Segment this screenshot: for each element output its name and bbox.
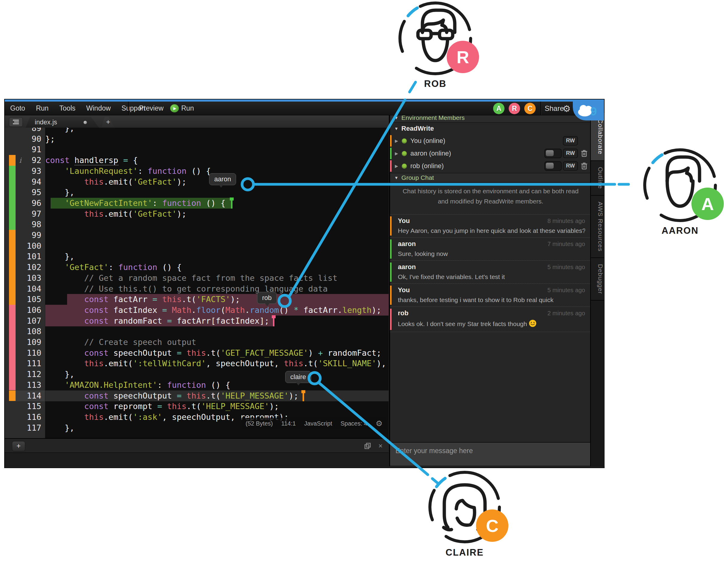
line-number: 95 — [31, 187, 41, 198]
preview-button[interactable]: Preview — [139, 102, 164, 115]
presence-avatar-r[interactable]: R — [509, 103, 520, 114]
tab-indexjs[interactable]: index.js — [26, 117, 99, 128]
collaborator-cursor — [273, 316, 274, 326]
expand-arrow-icon[interactable]: ▶ — [395, 164, 398, 168]
toggle-knob — [546, 163, 554, 169]
smiley-emoji — [529, 320, 537, 329]
status-bar: (52 Bytes) 114:1 JavaScript Spaces: 4 ⚙ — [241, 418, 387, 429]
chat-history-notice: Chat history is stored on the environmen… — [402, 186, 579, 206]
group-chat-title: Group Chat — [401, 174, 434, 181]
share-button[interactable]: Share — [545, 102, 564, 115]
maximize-panel-icon[interactable] — [364, 442, 371, 450]
rw-badge[interactable]: RW — [563, 149, 578, 158]
toggle-knob — [546, 150, 554, 156]
tab-list-icon[interactable] — [9, 117, 23, 127]
rw-badge[interactable]: RW — [563, 136, 578, 146]
line-number: 105 — [27, 294, 41, 305]
chat-messages: You8 minutes agoHey Aaron, can you jump … — [390, 214, 591, 332]
chat-message-header: rob2 minutes ago — [398, 309, 585, 317]
access-toggle[interactable] — [544, 149, 562, 158]
line-number: 92 — [31, 155, 41, 166]
chat-message: You5 minutes agothanks, before testing i… — [390, 284, 591, 307]
member-color-bar — [390, 160, 392, 172]
collaborator-flag-claire: claire — [285, 371, 311, 383]
code-line: const randomFact = factArr[factIndex]; — [45, 316, 389, 326]
line-number: 117 — [27, 423, 41, 433]
code-line: const speechOutput = this.t('GET_FACT_ME… — [45, 348, 389, 359]
member-row-rob[interactable]: ▶rob (online)RW — [390, 160, 591, 172]
menu-item-run[interactable]: Run — [36, 102, 49, 115]
run-button[interactable]: ▶ Run — [170, 102, 194, 115]
online-dot-icon — [402, 164, 407, 169]
tab-bar: index.js + — [5, 115, 389, 128]
line-number: 108 — [27, 326, 41, 337]
editor-gutter: 8990919293949596979899100101102103104105… — [5, 128, 45, 438]
new-tab-button[interactable]: + — [101, 117, 115, 128]
status-bytes: (52 Bytes) — [246, 420, 273, 427]
rw-badge[interactable]: RW — [563, 161, 578, 171]
status-gear-icon[interactable]: ⚙ — [376, 419, 383, 428]
code-editor[interactable]: 8990919293949596979899100101102103104105… — [5, 128, 389, 438]
console-area[interactable] — [5, 453, 389, 467]
access-toggle[interactable] — [544, 161, 562, 171]
member-list: ▶You (online)RW▶aaron (online)RW▶rob (on… — [390, 134, 591, 172]
presence-avatar-c[interactable]: C — [524, 103, 536, 114]
presence-avatars: ARC — [493, 103, 536, 114]
readwrite-group-header[interactable]: ▼ ReadWrite — [390, 123, 591, 134]
code-line: }, — [45, 187, 389, 198]
line-number: 107 — [27, 316, 41, 326]
gutter-info-icon: i — [19, 155, 21, 166]
line-number: 110 — [27, 348, 41, 359]
member-color-bar — [390, 262, 392, 282]
member-color-bar — [390, 239, 392, 258]
trash-icon[interactable] — [581, 162, 587, 171]
line-number: 116 — [27, 412, 41, 423]
member-label: aaron (online) — [410, 149, 451, 157]
chat-message-timestamp: 8 minutes ago — [547, 217, 585, 224]
close-panel-icon[interactable]: × — [378, 442, 383, 450]
menu-item-window[interactable]: Window — [86, 102, 111, 115]
member-row-aaron[interactable]: ▶aaron (online)RW — [390, 147, 591, 160]
member-color-bar — [390, 135, 392, 146]
collaborator-cursor — [303, 391, 304, 401]
line-number: 101 — [27, 251, 41, 262]
code-line: }, — [45, 128, 389, 134]
status-language[interactable]: JavaScript — [304, 420, 332, 427]
group-chat-header[interactable]: ▼ Group Chat — [390, 173, 591, 182]
chat-message-author: You — [398, 217, 410, 225]
collapse-arrow-icon: ▼ — [394, 126, 398, 131]
side-tab-debugger[interactable]: Debugger — [591, 258, 604, 301]
run-button-label: Run — [181, 102, 194, 115]
chat-message-author: aaron — [398, 263, 416, 271]
chat-message-header: You8 minutes ago — [398, 217, 585, 225]
line-number: 113 — [27, 380, 41, 391]
menu-separator — [128, 102, 129, 115]
settings-gear-icon[interactable]: ⚙ — [563, 102, 571, 115]
line-number: 103 — [27, 273, 41, 284]
presence-avatar-a[interactable]: A — [493, 103, 505, 114]
trash-icon[interactable] — [581, 149, 587, 158]
line-number: 114 — [27, 391, 41, 401]
avatar-aaron: A AARON — [635, 140, 725, 242]
code-line: this.emit(':tellWithCard', speechOutput,… — [45, 358, 389, 369]
status-spaces[interactable]: Spaces: 4 — [341, 420, 367, 427]
side-tab-outline[interactable]: Outline — [591, 161, 604, 196]
gutter-change-bar — [9, 230, 16, 305]
menu-item-goto[interactable]: Goto — [10, 102, 25, 115]
side-tab-aws-resources[interactable]: AWS Resources — [591, 196, 604, 258]
code-line: 'GetNewFactIntent': function () { — [45, 198, 389, 208]
console-tab-bar: + × — [5, 438, 389, 453]
chat-message-timestamp: 5 minutes ago — [547, 287, 585, 294]
line-number: 96 — [31, 198, 41, 208]
line-number: 98 — [31, 219, 41, 230]
code-line: 'GetFact': function () { — [45, 262, 389, 273]
menu-items: GotoRunToolsWindowSupport — [10, 102, 146, 115]
svg-text:9: 9 — [590, 105, 597, 118]
expand-arrow-icon[interactable]: ▶ — [395, 151, 398, 156]
gutter-change-bar — [9, 166, 16, 230]
expand-arrow-icon[interactable]: ▶ — [395, 138, 398, 143]
console-new-tab-button[interactable]: + — [12, 441, 25, 451]
menu-item-tools[interactable]: Tools — [59, 102, 75, 115]
member-row-you[interactable]: ▶You (online)RW — [390, 134, 591, 147]
line-number: 100 — [27, 240, 41, 251]
